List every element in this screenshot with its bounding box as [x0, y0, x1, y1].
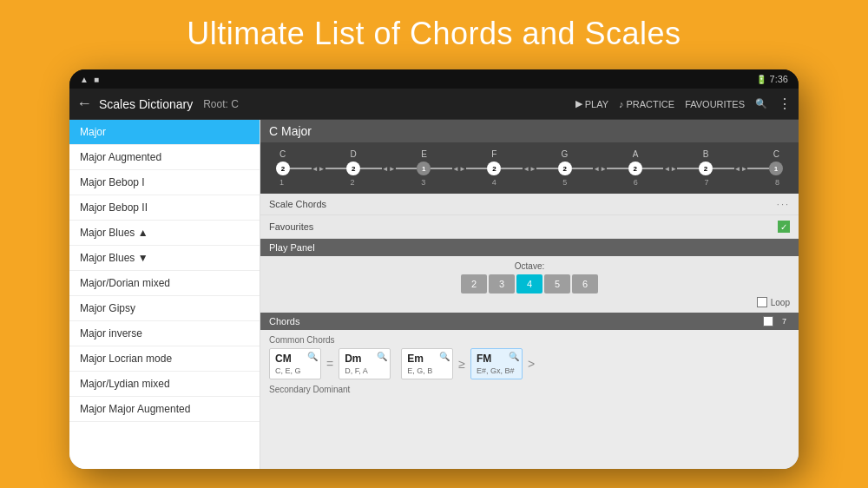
tablet-shell: ▲ ■ 🔋 7:36 ← Scales Dictionary Root: C ▶… — [69, 69, 799, 469]
favourites-label: FAVOURITES — [685, 99, 745, 109]
chords-header: Chords 7 — [260, 313, 799, 330]
app-bar: ← Scales Dictionary Root: C ▶ PLAY ♪ PRA… — [69, 89, 799, 120]
note-node-d: 2 — [346, 162, 360, 175]
chords-checkbox[interactable] — [763, 316, 773, 326]
arrow-2: ◄► — [382, 165, 396, 173]
loop-checkbox[interactable] — [757, 297, 767, 307]
octave-3[interactable]: 3 — [489, 274, 515, 293]
headline: Ultimate List of Chords and Scales — [0, 16, 868, 52]
scale-item-major-blues-up[interactable]: Major Blues ▲ — [69, 221, 260, 246]
practice-button[interactable]: ♪ PRACTICE — [619, 99, 674, 109]
chord-notes-dm: D, F, A — [345, 366, 385, 375]
favourites-checkbox[interactable]: ✓ — [778, 221, 790, 233]
chord-card-em[interactable]: Em E, G, B 🔍 — [401, 348, 453, 379]
note-label-f: F — [491, 149, 496, 159]
note-node-c1: 2 — [276, 162, 290, 175]
note-label-g: G — [562, 149, 569, 159]
search-button[interactable]: 🔍 — [755, 98, 767, 109]
scale-item-major-gipsy[interactable]: Major Gipsy — [69, 296, 260, 321]
chord-card-cm[interactable]: CM C, E, G 🔍 — [269, 348, 321, 379]
note-node-e: 1 — [417, 162, 431, 175]
status-bar: ▲ ■ 🔋 7:36 — [69, 69, 799, 89]
octave-buttons: 2 3 4 5 6 — [269, 274, 790, 293]
note-label-e: E — [421, 149, 427, 159]
arrow-5: ◄► — [593, 165, 607, 173]
connector-9 — [572, 168, 594, 169]
connector-5 — [431, 168, 452, 169]
chord-search-cm[interactable]: 🔍 — [307, 352, 318, 361]
chord-search-fm[interactable]: 🔍 — [509, 352, 519, 361]
scale-item-major-lydian[interactable]: Major/Lydian mixed — [69, 372, 260, 397]
more-button[interactable]: ⋮ — [778, 96, 792, 112]
chords-count: 7 — [779, 316, 790, 326]
status-right: 🔋 7:36 — [756, 74, 788, 84]
octave-4[interactable]: 4 — [516, 274, 542, 293]
status-time: 7:36 — [770, 74, 788, 84]
scale-item-major-augmented[interactable]: Major Augmented — [69, 145, 260, 170]
scale-item-major-dorian[interactable]: Major/Dorian mixed — [69, 271, 260, 296]
notes-track: 2 ◄► 2 ◄► 1 ◄► 2 ◄► — [276, 162, 783, 175]
chord-search-em[interactable]: 🔍 — [439, 352, 450, 361]
separator-3: ≥ — [457, 348, 467, 379]
separator-1: = — [325, 348, 335, 379]
scale-diagram-inner: C D E F G A B C 2 ◄► — [269, 148, 790, 188]
octave-2[interactable]: 2 — [461, 274, 487, 293]
play-label: PLAY — [585, 99, 608, 109]
note-label-c1: C — [279, 149, 286, 159]
chord-card-fm[interactable]: FM E#, Gx, B# 🔍 — [470, 348, 523, 379]
status-left: ▲ ■ — [80, 75, 99, 84]
wifi-icon: ■ — [94, 75, 99, 84]
scale-diagram: C D E F G A B C 2 ◄► — [260, 142, 799, 194]
secondary-dominant-label: Secondary Dominant — [269, 385, 790, 394]
more-icon: ⋮ — [778, 96, 792, 112]
scale-chords-label: Scale Chords — [269, 199, 326, 209]
arrow-1: ◄► — [312, 165, 326, 173]
scale-title: C Major — [260, 120, 799, 142]
num-label-3: 3 — [421, 178, 425, 187]
search-icon: 🔍 — [755, 98, 767, 109]
scale-item-major-major-augmented[interactable]: Major Major Augmented — [69, 397, 260, 422]
connector-13 — [713, 168, 734, 169]
scale-chords-dots: ··· — [777, 199, 790, 209]
arrow-6: ◄► — [663, 165, 677, 173]
favourites-row[interactable]: Favourites ✓ — [260, 215, 799, 239]
scale-item-major-blues-down[interactable]: Major Blues ▼ — [69, 246, 260, 271]
favourites-button[interactable]: FAVOURITES — [685, 99, 745, 109]
connector-10 — [607, 168, 628, 169]
connector-4 — [396, 168, 418, 169]
note-label-a: A — [633, 149, 639, 159]
favourites-label: Favourites — [269, 221, 313, 232]
arrow-3: ◄► — [452, 165, 466, 173]
note-label-c2: C — [773, 149, 779, 159]
app-bar-actions: ▶ PLAY ♪ PRACTICE FAVOURITES 🔍 ⋮ — [575, 96, 792, 112]
scale-chords-row[interactable]: Scale Chords ··· — [260, 194, 799, 215]
num-label-5: 5 — [562, 178, 567, 187]
chord-card-dm[interactable]: Dm D, F, A 🔍 — [339, 348, 391, 379]
scale-item-major-bebop-i[interactable]: Major Bebop I — [69, 170, 260, 195]
chord-search-dm[interactable]: 🔍 — [377, 352, 387, 361]
scale-item-major[interactable]: Major — [69, 120, 260, 145]
octave-6[interactable]: 6 — [572, 274, 598, 293]
note-node-b: 2 — [699, 162, 713, 175]
chord-notes-fm: E#, Gx, B# — [477, 366, 516, 375]
num-label-8: 8 — [775, 178, 779, 187]
num-label-2: 2 — [351, 178, 355, 187]
num-label-1: 1 — [279, 178, 284, 187]
back-button[interactable]: ← — [76, 95, 92, 113]
arrow-4: ◄► — [523, 165, 536, 173]
scale-item-major-inverse[interactable]: Major inverse — [69, 321, 260, 346]
num-label-4: 4 — [492, 178, 496, 187]
right-panel: C Major C D E F G A B C — [260, 120, 799, 469]
common-chords-label: Common Chords — [269, 335, 790, 345]
note-node-f: 2 — [487, 162, 501, 175]
connector-14 — [747, 168, 769, 169]
note-node-c2: 1 — [769, 162, 783, 175]
scale-list: Major Major Augmented Major Bebop I Majo… — [69, 120, 260, 469]
scale-item-major-locrian[interactable]: Major Locrian mode — [69, 346, 260, 372]
scale-item-major-bebop-ii[interactable]: Major Bebop II — [69, 195, 260, 221]
note-node-a: 2 — [628, 162, 642, 175]
play-button[interactable]: ▶ PLAY — [575, 98, 608, 109]
octave-5[interactable]: 5 — [544, 274, 570, 293]
connector-2 — [326, 168, 347, 169]
main-area: Major Major Augmented Major Bebop I Majo… — [69, 120, 799, 469]
